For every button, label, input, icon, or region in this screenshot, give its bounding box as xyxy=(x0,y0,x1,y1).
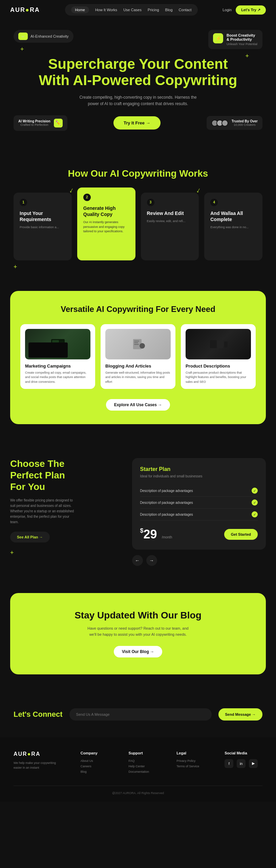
check-icon-2: ✓ xyxy=(252,499,258,506)
footer-about[interactable]: About Us xyxy=(81,759,119,763)
visit-blog-button[interactable]: Visit Our Blog → xyxy=(114,646,162,657)
badge-ai-enhanced: ∞ AI-Enhanced Creativity xyxy=(14,30,73,43)
step-3-title: Review And Edit xyxy=(147,210,193,216)
pricing-next-button[interactable]: → xyxy=(146,555,157,566)
trusted-count: 10,000 Creators xyxy=(232,123,258,126)
product-desc: Craft persuasive product descriptions th… xyxy=(186,371,251,384)
nav-login[interactable]: Login xyxy=(222,8,232,12)
social-youtube-icon[interactable]: ▶ xyxy=(249,759,258,768)
pricing-prev-button[interactable]: ← xyxy=(132,555,143,566)
badge-writing-sub: Crafted to Perfection xyxy=(18,123,50,126)
get-started-button[interactable]: Get Started xyxy=(224,529,258,540)
footer-brand: AUR●RA We help make your copywriting eas… xyxy=(14,751,70,775)
svg-rect-2 xyxy=(60,341,64,348)
avatar-3 xyxy=(221,120,228,126)
footer-support: Support FAQ Help Center Documentation xyxy=(129,751,167,775)
svg-rect-1 xyxy=(52,340,59,345)
plan-feature-1: Description of package advantages ✓ xyxy=(140,485,258,497)
step-1-num: 1 xyxy=(20,199,27,206)
use-case-blogging: Blogging And Articles Generate well-stru… xyxy=(101,324,175,389)
blogging-desc: Generate well-structured, informative bl… xyxy=(105,371,171,384)
boost-icon: ⚡ xyxy=(213,33,223,43)
check-icon-1: ✓ xyxy=(252,488,258,494)
step-2-title: Generate High Quality Copy xyxy=(83,205,129,217)
footer-privacy[interactable]: Privacy Policy xyxy=(176,759,214,763)
footer-social: Social Media f in ▶ xyxy=(225,751,262,775)
send-message-button[interactable]: Send Message → xyxy=(218,708,262,721)
social-linkedin-icon[interactable]: in xyxy=(237,759,246,768)
plan-price-display: $29 /month xyxy=(140,527,172,541)
nav-cta-button[interactable]: Let's Try ↗ xyxy=(236,5,266,15)
product-image xyxy=(186,329,251,359)
footer-support-title: Support xyxy=(129,751,167,755)
hero-section: ∞ AI-Enhanced Creativity ⚡ Boost Creativ… xyxy=(0,20,276,148)
footer-company: Company About Us Careers Blog xyxy=(81,751,119,775)
how-it-works-title: How Our AI Copywriting Works xyxy=(14,168,262,179)
step-3-desc: Easily review, edit, and refi... xyxy=(147,219,193,224)
hero-cta-button[interactable]: Try It Free → xyxy=(113,116,161,130)
nav-links: Home How It Works Use Cases Pricing Blog… xyxy=(65,4,198,16)
badge-boost-sub: Unleash Your Potential xyxy=(227,42,258,46)
footer-legal: Legal Privacy Policy Terms of Service xyxy=(176,751,214,775)
nav-pricing[interactable]: Pricing xyxy=(148,8,159,12)
see-all-plans-button[interactable]: See All Plan → xyxy=(10,532,50,542)
step-1-desc: Provide basic information a... xyxy=(20,225,66,230)
plan-period: /month xyxy=(162,535,172,539)
svg-rect-8 xyxy=(210,340,217,348)
badge-writing-title: AI Writing Precision xyxy=(18,119,50,123)
blog-section: Stay Updated With Our Blog Have question… xyxy=(0,583,276,691)
footer-careers[interactable]: Careers xyxy=(81,765,119,768)
hero-headline: Supercharge Your Content With AI-Powered… xyxy=(14,56,262,89)
footer-company-title: Company xyxy=(81,751,119,755)
step-2-desc: Our AI instantly generates persuasive an… xyxy=(83,220,129,234)
social-facebook-icon[interactable]: f xyxy=(225,759,233,768)
nav-contact[interactable]: Contact xyxy=(179,8,192,12)
step-4-num: 4 xyxy=(210,199,218,206)
nav-how-it-works[interactable]: How It Works xyxy=(95,8,117,12)
navbar: AUR●RA Home How It Works Use Cases Prici… xyxy=(0,0,276,20)
nav-blog[interactable]: Blog xyxy=(165,8,173,12)
blog-title: Stay Updated With Our Blog xyxy=(24,610,252,621)
footer-help-center[interactable]: Help Center xyxy=(129,765,167,768)
plan-feature-3: Description of package advantages ✓ xyxy=(140,509,258,520)
hero-description: Create compelling, high-converting copy … xyxy=(74,94,203,107)
step-4-title: And Wallaa All Complete xyxy=(210,210,256,222)
badge-ai-text: AI-Enhanced Creativity xyxy=(30,34,69,38)
footer-terms[interactable]: Terms of Service xyxy=(176,765,214,768)
svg-rect-5 xyxy=(134,342,138,343)
step-2: ↓ 2 Generate High Quality Copy Our AI in… xyxy=(77,188,135,260)
trusted-title: Trusted By Over xyxy=(232,119,258,123)
use-case-marketing: Marketing Campaigns Create compelling ad… xyxy=(20,324,95,389)
versatile-section: Versatile AI Copywriting For Every Need … xyxy=(0,281,276,441)
step-1-title: Input Your Requirements xyxy=(20,210,66,222)
footer-brand-desc: We help make your copywriting easier in … xyxy=(14,761,58,770)
footer-legal-title: Legal xyxy=(176,751,214,755)
nav-use-cases[interactable]: Use Cases xyxy=(123,8,142,12)
svg-point-7 xyxy=(140,343,145,349)
nav-home[interactable]: Home xyxy=(71,6,89,13)
footer: AUR●RA We help make your copywriting eas… xyxy=(0,737,276,802)
use-case-product: Product Descriptions Craft persuasive pr… xyxy=(181,324,256,389)
badge-trusted: Trusted By Over 10,000 Creators xyxy=(207,116,262,130)
contact-message-input[interactable] xyxy=(69,708,212,721)
contact-section: Let's Connect Send Message → xyxy=(0,691,276,737)
svg-rect-10 xyxy=(224,341,228,348)
svg-rect-6 xyxy=(134,344,139,345)
plan-card: Starter Plan Ideal for individuals and s… xyxy=(132,458,266,550)
pricing-description: We offer flexible pricing plans designed… xyxy=(10,498,78,525)
badge-boost-title: Boost Creativity & Productivity xyxy=(227,33,258,41)
plan-name: Starter Plan xyxy=(140,466,258,472)
explore-use-cases-button[interactable]: Explore All Use Cases → xyxy=(106,399,170,411)
footer-documentation[interactable]: Documentation xyxy=(129,770,167,773)
pricing-title: Choose The Perfect Plan For You xyxy=(10,458,122,492)
step-4: 4 And Wallaa All Complete Everything was… xyxy=(204,193,262,260)
marketing-title: Marketing Campaigns xyxy=(25,363,90,369)
versatile-title: Versatile AI Copywriting For Every Need xyxy=(20,304,256,314)
blog-description: Have questions or need support? Reach ou… xyxy=(84,626,192,637)
footer-faq[interactable]: FAQ xyxy=(129,759,167,763)
footer-blog-link[interactable]: Blog xyxy=(81,770,119,773)
step-2-num: 2 xyxy=(83,194,91,201)
writing-icon: ✏️ xyxy=(54,119,63,127)
nav-right: Login Let's Try ↗ xyxy=(222,5,266,15)
footer-copyright: @2027 AURORA. All Rights Reserved xyxy=(14,786,262,795)
